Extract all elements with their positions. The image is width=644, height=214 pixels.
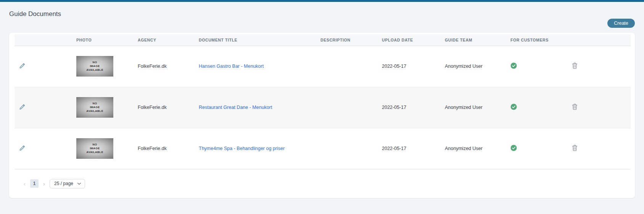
trash-icon <box>572 62 578 70</box>
document-photo-placeholder: NO IMAGE AVAILABLE <box>76 97 113 118</box>
edit-button[interactable] <box>18 62 26 71</box>
page-title: Guide Documents <box>9 10 635 18</box>
document-title-link[interactable]: Thyme4me Spa - Behandlinger og priser <box>199 146 285 151</box>
guide-team-cell: Anonymized User <box>445 146 483 151</box>
header-photo: PHOTO <box>61 34 132 46</box>
check-circle-icon <box>510 145 517 151</box>
header-for-customers: FOR CUSTOMERS <box>500 34 544 46</box>
page-size-select[interactable]: 25 / page <box>50 179 85 188</box>
header-upload-date: UPLOAD DATE <box>376 34 439 46</box>
header-delete <box>544 34 631 46</box>
chevron-left-icon: ‹ <box>24 180 26 187</box>
pencil-icon <box>19 145 26 152</box>
document-title-link[interactable]: Hansen Gastro Bar - Menukort <box>199 64 264 69</box>
table-row: NO IMAGE AVAILABLE FolkeFerie.dk Restaur… <box>14 87 631 128</box>
upload-date-cell: 2022-05-17 <box>382 64 406 69</box>
chevron-right-icon: › <box>43 180 45 187</box>
page-size-value: 25 / page <box>54 181 73 186</box>
header-document-title: DOCUMENT TITLE <box>193 34 313 46</box>
no-image-text: NO IMAGE AVAILABLE <box>86 143 103 154</box>
document-photo-placeholder: NO IMAGE AVAILABLE <box>76 138 113 159</box>
header-guide-team: GUIDE TEAM <box>439 34 500 46</box>
edit-button[interactable] <box>18 144 26 153</box>
pagination-prev-button[interactable]: ‹ <box>24 181 26 187</box>
delete-button[interactable] <box>571 103 578 112</box>
header-description: DESCRIPTION <box>313 34 376 46</box>
pagination-next-button[interactable]: › <box>43 181 45 187</box>
table-header-row: PHOTO AGENCY DOCUMENT TITLE DESCRIPTION … <box>14 34 631 46</box>
guide-documents-table: PHOTO AGENCY DOCUMENT TITLE DESCRIPTION … <box>14 34 631 169</box>
pencil-icon <box>19 62 26 70</box>
document-photo-placeholder: NO IMAGE AVAILABLE <box>76 56 113 77</box>
trash-icon <box>572 145 578 152</box>
page-content: Guide Documents Create PHOTO AGENCY DOCU… <box>0 10 644 198</box>
edit-button[interactable] <box>18 103 26 112</box>
pagination: ‹ 1 › 25 / page <box>14 169 631 198</box>
agency-cell: FolkeFerie.dk <box>138 64 167 69</box>
table-row: NO IMAGE AVAILABLE FolkeFerie.dk Hansen … <box>14 46 631 87</box>
agency-cell: FolkeFerie.dk <box>138 105 167 110</box>
check-circle-icon <box>510 104 517 110</box>
pencil-icon <box>19 104 26 111</box>
create-button[interactable]: Create <box>607 19 635 28</box>
pagination-page-1[interactable]: 1 <box>30 179 39 188</box>
check-circle-icon <box>510 62 517 69</box>
top-accent-bar <box>0 0 644 2</box>
chevron-down-icon <box>77 182 81 185</box>
header-agency: AGENCY <box>132 34 193 46</box>
no-image-text: NO IMAGE AVAILABLE <box>86 61 103 72</box>
no-image-text: NO IMAGE AVAILABLE <box>86 102 103 113</box>
guide-team-cell: Anonymized User <box>445 64 483 69</box>
upload-date-cell: 2022-05-17 <box>382 146 406 151</box>
toolbar: Create <box>9 19 635 28</box>
table-row: NO IMAGE AVAILABLE FolkeFerie.dk Thyme4m… <box>14 128 631 169</box>
documents-card: PHOTO AGENCY DOCUMENT TITLE DESCRIPTION … <box>9 33 635 198</box>
delete-button[interactable] <box>571 62 578 71</box>
agency-cell: FolkeFerie.dk <box>138 146 167 151</box>
document-title-link[interactable]: Restaurant Great Dane - Menukort <box>199 105 272 110</box>
upload-date-cell: 2022-05-17 <box>382 105 406 110</box>
delete-button[interactable] <box>571 144 578 153</box>
header-edit <box>14 34 61 46</box>
trash-icon <box>572 104 578 111</box>
guide-team-cell: Anonymized User <box>445 105 483 110</box>
